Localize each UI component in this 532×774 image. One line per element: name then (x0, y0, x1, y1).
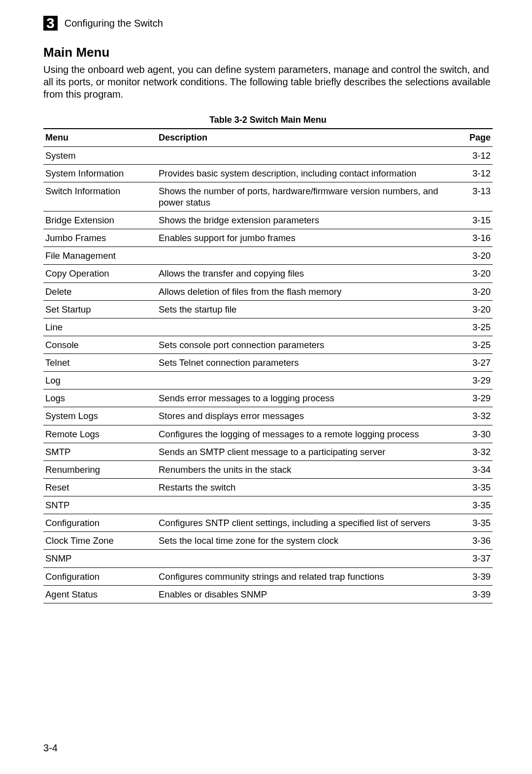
menu-cell: Copy Operation (43, 265, 157, 282)
description-cell: Provides basic system description, inclu… (157, 164, 458, 182)
page-cell: 3-27 (458, 354, 493, 372)
switch-main-menu-table: Menu Description Page System3-12System I… (43, 128, 493, 603)
description-cell: Shows the number of ports, hardware/firm… (157, 182, 458, 211)
table-row: Remote LogsConfigures the logging of mes… (43, 425, 493, 443)
table-row: Agent StatusEnables or disables SNMP3-39 (43, 585, 493, 603)
table-row: LogsSends error messages to a logging pr… (43, 389, 493, 407)
table-header-row: Menu Description Page (43, 129, 493, 146)
menu-cell: System Information (43, 164, 157, 182)
page-cell: 3-20 (458, 300, 493, 318)
table-row: SMTPSends an SMTP client message to a pa… (43, 443, 493, 460)
table-row: System LogsStores and displays error mes… (43, 407, 493, 425)
page-cell: 3-39 (458, 585, 493, 603)
table-row: RenumberingRenumbers the units in the st… (43, 460, 493, 478)
menu-cell: Clock Time Zone (43, 532, 157, 550)
menu-cell: Delete (43, 282, 157, 300)
description-cell (157, 372, 458, 389)
page-cell: 3-36 (458, 532, 493, 550)
table-header-page: Page (458, 129, 493, 146)
description-cell: Sends error messages to a logging proces… (157, 389, 458, 407)
page-cell: 3-20 (458, 247, 493, 265)
section-title: Main Menu (43, 44, 493, 61)
menu-cell: Set Startup (43, 300, 157, 318)
description-cell: Shows the bridge extension parameters (157, 211, 458, 229)
description-cell: Sets the local time zone for the system … (157, 532, 458, 550)
table-row: System InformationProvides basic system … (43, 164, 493, 182)
table-row: Log3-29 (43, 372, 493, 389)
page-cell: 3-35 (458, 478, 493, 496)
description-cell: Allows deletion of files from the flash … (157, 282, 458, 300)
table-row: Line3-25 (43, 318, 493, 336)
menu-cell: Switch Information (43, 182, 157, 211)
menu-cell: System (43, 146, 157, 164)
menu-cell: Telnet (43, 354, 157, 372)
description-cell: Allows the transfer and copying files (157, 265, 458, 282)
menu-cell: File Management (43, 247, 157, 265)
page-cell: 3-25 (458, 336, 493, 353)
page-cell: 3-35 (458, 514, 493, 532)
description-cell: Enables or disables SNMP (157, 585, 458, 603)
page-cell: 3-13 (458, 182, 493, 211)
page-cell: 3-12 (458, 146, 493, 164)
table-header-menu: Menu (43, 129, 157, 146)
menu-cell: SNTP (43, 496, 157, 514)
table-header-description: Description (157, 129, 458, 146)
page-cell: 3-39 (458, 567, 493, 585)
page-cell: 3-20 (458, 265, 493, 282)
description-cell: Configures SNTP client settings, includi… (157, 514, 458, 532)
menu-cell: Log (43, 372, 157, 389)
menu-cell: Line (43, 318, 157, 336)
description-cell (157, 247, 458, 265)
table-row: File Management3-20 (43, 247, 493, 265)
description-cell: Configures community strings and related… (157, 567, 458, 585)
page-cell: 3-35 (458, 496, 493, 514)
table-row: SNMP3-37 (43, 550, 493, 567)
page: 3 Configuring the Switch Main Menu Using… (0, 0, 532, 774)
description-cell: Renumbers the units in the stack (157, 460, 458, 478)
menu-cell: Logs (43, 389, 157, 407)
table-row: ConfigurationConfigures SNTP client sett… (43, 514, 493, 532)
description-cell: Restarts the switch (157, 478, 458, 496)
menu-cell: Reset (43, 478, 157, 496)
description-cell: Stores and displays error messages (157, 407, 458, 425)
description-cell: Sets Telnet connection parameters (157, 354, 458, 372)
page-cell: 3-16 (458, 229, 493, 247)
table-row: Jumbo FramesEnables support for jumbo fr… (43, 229, 493, 247)
menu-cell: System Logs (43, 407, 157, 425)
page-cell: 3-29 (458, 389, 493, 407)
menu-cell: SMTP (43, 443, 157, 460)
description-cell: Sends an SMTP client message to a partic… (157, 443, 458, 460)
chapter-title: Configuring the Switch (65, 17, 163, 30)
menu-cell: Agent Status (43, 585, 157, 603)
menu-cell: Configuration (43, 567, 157, 585)
table-row: Bridge ExtensionShows the bridge extensi… (43, 211, 493, 229)
table-row: DeleteAllows deletion of files from the … (43, 282, 493, 300)
page-cell: 3-32 (458, 407, 493, 425)
description-cell (157, 550, 458, 567)
description-cell (157, 146, 458, 164)
description-cell: Configures the logging of messages to a … (157, 425, 458, 443)
menu-cell: Console (43, 336, 157, 353)
page-header: 3 Configuring the Switch (43, 16, 493, 31)
page-cell: 3-34 (458, 460, 493, 478)
section-intro: Using the onboard web agent, you can def… (43, 64, 493, 101)
table-row: Set StartupSets the startup file3-20 (43, 300, 493, 318)
table-caption: Table 3-2 Switch Main Menu (43, 114, 493, 126)
page-cell: 3-37 (458, 550, 493, 567)
table-row: Clock Time ZoneSets the local time zone … (43, 532, 493, 550)
chapter-number-badge: 3 (43, 16, 58, 31)
menu-cell: Jumbo Frames (43, 229, 157, 247)
description-cell: Enables support for jumbo frames (157, 229, 458, 247)
menu-cell: Configuration (43, 514, 157, 532)
page-cell: 3-12 (458, 164, 493, 182)
table-row: ConsoleSets console port connection para… (43, 336, 493, 353)
page-cell: 3-15 (458, 211, 493, 229)
page-cell: 3-30 (458, 425, 493, 443)
table-row: SNTP3-35 (43, 496, 493, 514)
menu-cell: Remote Logs (43, 425, 157, 443)
page-cell: 3-20 (458, 282, 493, 300)
description-cell: Sets the startup file (157, 300, 458, 318)
table-row: Copy OperationAllows the transfer and co… (43, 265, 493, 282)
table-row: ResetRestarts the switch3-35 (43, 478, 493, 496)
menu-cell: Renumbering (43, 460, 157, 478)
